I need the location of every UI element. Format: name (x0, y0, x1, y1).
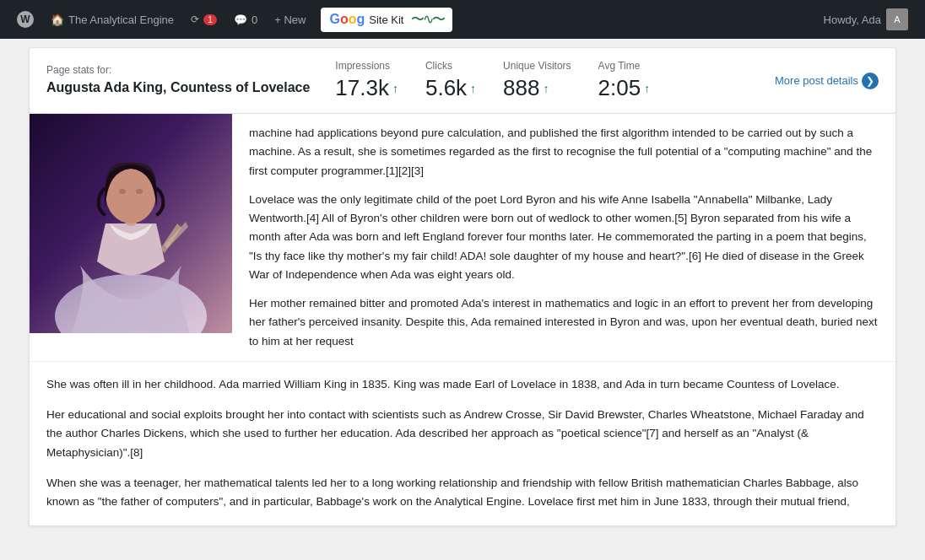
article-below-section: She was often ill in her childhood. Ada … (30, 361, 895, 525)
avg-time-stat: Avg Time 2:05 ↑ (598, 60, 651, 101)
article-paragraph-2: Lovelace was the only legitimate child o… (249, 191, 879, 284)
comments-button[interactable]: 💬 0 (227, 0, 264, 39)
site-name-button[interactable]: 🏠 The Analytical Engine (44, 0, 181, 39)
google-logo-icon: Goog (329, 12, 365, 27)
article-right-text: machine had applications beyond pure cal… (232, 114, 895, 361)
impressions-label: Impressions (335, 60, 398, 72)
clicks-stat: Clicks 5.6k ↑ (425, 60, 476, 101)
article-paragraph-1: machine had applications beyond pure cal… (249, 124, 879, 180)
howdy-label: Howdy, Ada (824, 13, 881, 26)
article-paragraph-3: Her mother remained bitter and promoted … (249, 294, 879, 351)
article-top-section: machine had applications beyond pure cal… (30, 114, 895, 361)
unique-visitors-value: 888 ↑ (503, 75, 571, 101)
analytics-wave-icon: 〜∿〜 (411, 11, 444, 29)
more-post-details-button[interactable]: More post details ❯ (775, 73, 879, 89)
sitekit-label: Site Kit (369, 13, 403, 26)
avg-time-value: 2:05 ↑ (598, 75, 651, 101)
svg-point-4 (119, 189, 126, 194)
impressions-value: 17.3k ↑ (335, 75, 398, 101)
page-wrapper: Page stats for: Augusta Ada King, Counte… (15, 39, 910, 535)
avg-time-arrow-icon: ↑ (644, 82, 650, 95)
admin-bar: W 🏠 The Analytical Engine ⟳ 1 💬 0 + New … (0, 0, 925, 39)
comments-icon: 💬 (234, 13, 247, 26)
stats-bar: Page stats for: Augusta Ada King, Counte… (29, 47, 896, 114)
unique-visitors-arrow-icon: ↑ (544, 82, 549, 95)
impressions-arrow-icon: ↑ (392, 82, 398, 95)
portrait-svg (30, 114, 232, 333)
updates-icon: ⟳ (191, 13, 199, 25)
new-content-button[interactable]: + New (268, 0, 312, 39)
impressions-stat: Impressions 17.3k ↑ (335, 60, 398, 101)
stats-metrics: Impressions 17.3k ↑ Clicks 5.6k ↑ Unique… (335, 60, 775, 101)
avatar-initials: A (894, 14, 900, 24)
sitekit-tab[interactable]: Goog Site Kit 〜∿〜 (321, 8, 452, 32)
page-title: Augusta Ada King, Countess of Lovelace (46, 79, 310, 97)
more-details-circle-icon: ❯ (862, 73, 879, 89)
avatar: A (886, 8, 908, 30)
page-info: Page stats for: Augusta Ada King, Counte… (46, 64, 310, 97)
updates-button[interactable]: ⟳ 1 (184, 0, 224, 39)
adminbar-right: Howdy, Ada A (817, 8, 915, 30)
updates-count: 1 (203, 14, 217, 25)
article-paragraph-6: When she was a teenager, her mathematica… (46, 474, 879, 512)
comments-count: 0 (252, 13, 257, 26)
more-details-label: More post details (775, 74, 858, 87)
wp-logo-button[interactable]: W (10, 0, 41, 39)
home-icon: 🏠 (51, 13, 64, 26)
article-wrapper: machine had applications beyond pure cal… (29, 114, 896, 526)
page-stats-label: Page stats for: (46, 64, 310, 76)
howdy-button[interactable]: Howdy, Ada A (817, 8, 915, 30)
article-paragraph-5: Her educational and social exploits brou… (46, 406, 879, 462)
article-portrait-image (30, 114, 232, 333)
unique-visitors-stat: Unique Visitors 888 ↑ (503, 60, 571, 101)
new-label: + New (274, 13, 306, 26)
site-name-label: The Analytical Engine (68, 13, 174, 26)
clicks-arrow-icon: ↑ (470, 82, 476, 95)
avg-time-label: Avg Time (598, 60, 651, 72)
unique-visitors-label: Unique Visitors (503, 60, 571, 72)
clicks-label: Clicks (425, 60, 476, 72)
svg-point-5 (136, 189, 143, 194)
article-paragraph-4: She was often ill in her childhood. Ada … (46, 375, 879, 394)
wp-logo-icon: W (17, 11, 34, 28)
clicks-value: 5.6k ↑ (425, 75, 476, 101)
